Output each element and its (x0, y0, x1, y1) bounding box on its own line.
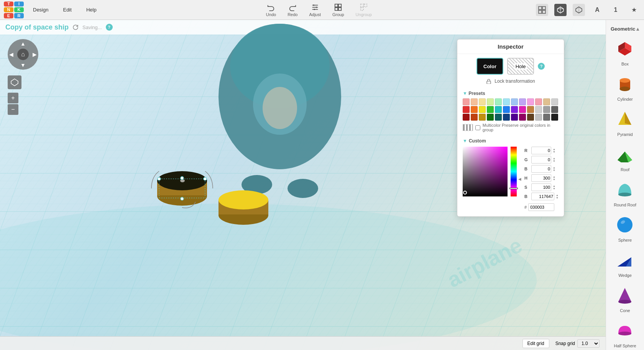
view-3d-icon[interactable] (554, 4, 567, 16)
preset-color-swatch[interactable] (535, 114, 542, 121)
redo-button[interactable]: Redo (288, 3, 297, 17)
inspector-color-hole: Color Hole ? Lock transformation (457, 54, 564, 88)
preset-color-swatch[interactable] (463, 114, 470, 121)
canvas-area[interactable]: Copy of space ship Saving... ? ▲ ▼ ◀ ▶ ⌂… (0, 20, 606, 350)
preset-color-swatch[interactable] (543, 114, 550, 121)
view-grid-icon[interactable] (536, 4, 548, 16)
multicolor-swatch[interactable] (463, 124, 473, 131)
preset-color-swatch[interactable] (511, 98, 518, 105)
preset-color-swatch[interactable] (487, 106, 494, 113)
nav-down[interactable]: ▼ (20, 62, 26, 68)
logo[interactable]: T I N K E R (4, 2, 24, 18)
preset-color-swatch[interactable] (519, 98, 526, 105)
shape-sphere[interactable]: Sphere (606, 210, 644, 245)
nav-left[interactable]: ◀ (9, 51, 13, 57)
shape-roof[interactable]: Roof (606, 140, 644, 175)
shape-wedge[interactable]: Wedge (606, 245, 644, 281)
g-input[interactable] (531, 156, 551, 164)
inspector-help-icon[interactable]: ? (538, 63, 545, 70)
zoom-in-button[interactable]: + (8, 93, 18, 103)
shape-round-roof[interactable]: Round Roof (606, 175, 644, 210)
svg-rect-13 (539, 7, 542, 10)
r-input[interactable] (531, 147, 551, 154)
shape-half-sphere[interactable]: Half Sphere (606, 316, 644, 350)
preset-color-swatch[interactable] (551, 98, 558, 105)
hue-bar[interactable] (511, 147, 517, 196)
project-title[interactable]: Copy of space ship (5, 23, 69, 31)
preset-color-swatch[interactable] (471, 106, 478, 113)
color-button[interactable]: Color (476, 58, 503, 75)
shapes-panel: Geometric ▲ Box Cyli (606, 20, 644, 350)
project-bar: Copy of space ship Saving... ? (0, 20, 606, 34)
panel-collapse-icon[interactable]: ▲ (635, 26, 640, 32)
lock-row[interactable]: Lock transformation (463, 79, 559, 84)
shape-cone[interactable]: Cone (606, 281, 644, 316)
preset-color-swatch[interactable] (527, 106, 534, 113)
h-input[interactable] (531, 174, 551, 182)
hole-button[interactable]: Hole (507, 58, 534, 75)
preset-color-swatch[interactable] (543, 98, 550, 105)
preset-color-swatch[interactable] (503, 98, 510, 105)
hex-input[interactable] (528, 203, 554, 211)
preset-color-swatch[interactable] (511, 106, 518, 113)
preset-color-swatch[interactable] (503, 114, 510, 121)
b2-input[interactable] (531, 193, 554, 200)
preset-color-swatch[interactable] (479, 98, 486, 105)
preset-color-swatch[interactable] (527, 114, 534, 121)
adjust-button[interactable]: Adjust (309, 3, 321, 17)
star-icon[interactable]: ★ (628, 4, 640, 16)
preset-color-swatch[interactable] (487, 114, 494, 121)
nav-home[interactable]: ⌂ (17, 49, 29, 60)
preset-color-swatch[interactable] (471, 98, 478, 105)
menu-design[interactable]: Design (28, 5, 54, 15)
preset-color-swatch[interactable] (479, 106, 486, 113)
preset-color-swatch[interactable] (503, 106, 510, 113)
group-button[interactable]: Group (332, 3, 344, 17)
s-input[interactable] (531, 183, 551, 191)
edit-grid-button[interactable]: Edit grid (522, 339, 549, 348)
preset-color-swatch[interactable] (543, 106, 550, 113)
menu-help[interactable]: Help (81, 5, 102, 15)
snap-grid-select[interactable]: 1.0 0.5 0.25 2.0 (577, 339, 600, 348)
wedge-shape (614, 249, 637, 271)
help-icon[interactable]: ? (106, 24, 113, 31)
preset-color-swatch[interactable] (535, 106, 542, 113)
b-input[interactable] (531, 165, 551, 173)
r-row: R ▲▼ (524, 147, 559, 154)
preset-color-swatch[interactable] (535, 98, 542, 105)
undo-button[interactable]: Undo (266, 3, 276, 17)
shape-pyramid[interactable]: Pyramid (606, 105, 644, 140)
color-gradient-box[interactable] (463, 147, 508, 196)
preset-color-swatch[interactable] (495, 114, 502, 121)
preset-color-swatch[interactable] (487, 98, 494, 105)
preset-color-swatch[interactable] (519, 114, 526, 121)
preset-color-swatch[interactable] (479, 114, 486, 121)
multicolor-checkbox[interactable] (475, 125, 480, 130)
preset-color-swatch[interactable] (527, 98, 534, 105)
view-wireframe-icon[interactable] (573, 4, 585, 16)
preset-color-swatch[interactable] (471, 114, 478, 121)
preset-color-swatch[interactable] (551, 114, 558, 121)
view-preset-button[interactable] (8, 75, 21, 89)
number-icon[interactable]: 1 (610, 4, 622, 16)
preset-color-swatch[interactable] (463, 98, 470, 105)
preset-color-swatch[interactable] (551, 106, 558, 113)
refresh-icon[interactable] (72, 24, 79, 30)
zoom-out-button[interactable]: − (8, 104, 18, 115)
preset-color-swatch[interactable] (495, 106, 502, 113)
preset-color-swatch[interactable] (519, 106, 526, 113)
preset-color-swatch[interactable] (511, 114, 518, 121)
nav-right[interactable]: ▶ (33, 51, 37, 57)
preset-color-swatch[interactable] (495, 98, 502, 105)
svg-rect-12 (360, 7, 363, 10)
text-icon[interactable]: A (591, 4, 603, 16)
nav-up[interactable]: ▲ (20, 41, 26, 47)
b2-spinner: ▲▼ (556, 194, 559, 199)
svg-point-65 (618, 332, 631, 335)
logo-n: N (4, 7, 13, 12)
shape-box[interactable]: Box (606, 34, 644, 69)
menu-edit[interactable]: Edit (58, 5, 77, 15)
shape-cylinder[interactable]: Cylinder (606, 69, 644, 105)
ungroup-button[interactable]: Ungroup (356, 3, 372, 17)
preset-color-swatch[interactable] (463, 106, 470, 113)
